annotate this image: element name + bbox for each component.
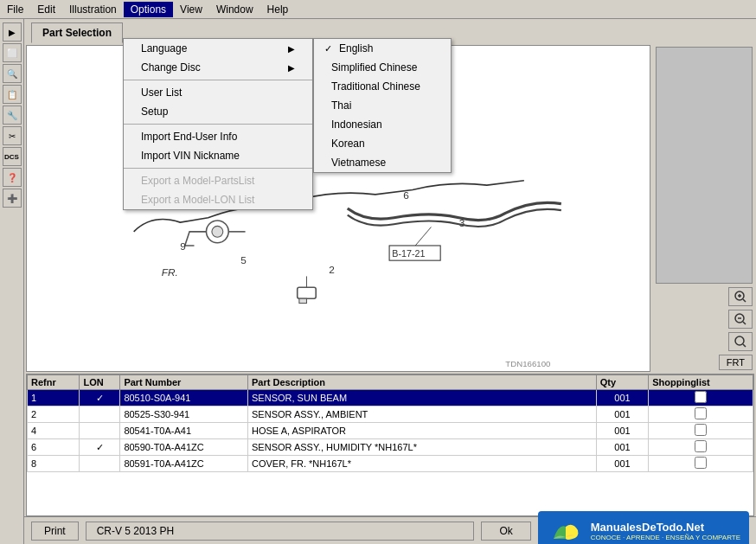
- svg-point-5: [212, 226, 223, 237]
- svg-text:TDN166100: TDN166100: [505, 359, 550, 368]
- separator-2: [124, 124, 312, 125]
- ok-button[interactable]: Ok: [481, 522, 530, 541]
- cell-lon: [80, 423, 120, 439]
- cell-description: HOSE A, ASPIRATOR: [248, 423, 597, 439]
- lang-vietnamese[interactable]: Vietnamese: [314, 153, 451, 172]
- cell-part-number: 80525-S30-941: [120, 406, 248, 423]
- table-scroll[interactable]: Refnr LON Part Number Part Description Q…: [27, 374, 753, 496]
- menu-file[interactable]: File: [0, 2, 30, 17]
- menu-edit[interactable]: Edit: [30, 2, 62, 17]
- bottom-bar: Print CR-V 5 2013 PH Ok ManualesDeTodo.N…: [24, 516, 756, 544]
- menu-view[interactable]: View: [173, 2, 209, 17]
- cell-shoppinglist: [649, 406, 753, 423]
- shoppinglist-checkbox[interactable]: [695, 424, 707, 436]
- frt-label: FRT: [719, 355, 753, 370]
- left-toolbar: ▶ ⬜ 🔍 📋 🔧 ✂ DCS ❓ ➕: [0, 19, 24, 544]
- zoom-buttons: [656, 287, 753, 351]
- col-refnr: Refnr: [28, 375, 80, 390]
- right-image-box: [656, 47, 753, 284]
- lang-simplified-chinese[interactable]: Simplified Chinese: [314, 58, 451, 77]
- svg-text:2: 2: [329, 264, 335, 276]
- shoppinglist-checkbox[interactable]: [695, 440, 707, 452]
- shoppinglist-checkbox[interactable]: [695, 457, 707, 469]
- cell-refnr: 8: [28, 456, 80, 472]
- menu-illustration[interactable]: Illustration: [62, 2, 124, 17]
- toolbar-btn-6[interactable]: ✂: [3, 126, 22, 145]
- cell-description: SENSOR ASSY., AMBIENT: [248, 406, 597, 423]
- cell-shoppinglist: [649, 423, 753, 439]
- table-row[interactable]: 2 80525-S30-941 SENSOR ASSY., AMBIENT 00…: [28, 406, 753, 423]
- lang-thai[interactable]: Thai: [314, 96, 451, 115]
- menu-window[interactable]: Window: [209, 2, 260, 17]
- zoom-out-button[interactable]: [728, 310, 753, 329]
- svg-point-28: [735, 336, 744, 345]
- svg-text:FR.: FR.: [162, 266, 178, 278]
- toolbar-btn-5[interactable]: 🔧: [3, 106, 22, 125]
- cell-qty: 001: [596, 423, 648, 439]
- toolbar-btn-3[interactable]: 🔍: [3, 64, 22, 83]
- menu-user-list[interactable]: User List: [124, 83, 312, 102]
- cell-description: COVER, FR. *NH167L*: [248, 456, 597, 472]
- menu-setup[interactable]: Setup: [124, 102, 312, 121]
- cell-shoppinglist: [649, 456, 753, 472]
- cell-part-number: 80590-T0A-A41ZC: [120, 439, 248, 456]
- lang-english[interactable]: English: [314, 39, 451, 58]
- toolbar-btn-1[interactable]: ▶: [3, 22, 22, 42]
- table-row[interactable]: 6 ✓ 80590-T0A-A41ZC SENSOR ASSY., HUMIDI…: [28, 439, 753, 456]
- zoom-in-button[interactable]: [728, 287, 753, 306]
- separator-1: [124, 80, 312, 80]
- toolbar-btn-7[interactable]: ❓: [3, 168, 22, 187]
- svg-text:5: 5: [240, 254, 247, 266]
- menu-import-vin[interactable]: Import VIN Nickname: [124, 146, 312, 165]
- cell-description: SENSOR, SUN BEAM: [248, 390, 597, 406]
- toolbar-btn-2[interactable]: ⬜: [3, 43, 22, 62]
- menu-help[interactable]: Help: [260, 2, 296, 17]
- shoppinglist-checkbox[interactable]: [695, 391, 707, 403]
- table-row[interactable]: 4 80541-T0A-A41 HOSE A, ASPIRATOR 001: [28, 423, 753, 439]
- menu-language[interactable]: Language: [124, 39, 312, 58]
- table-row[interactable]: 1 ✓ 80510-S0A-941 SENSOR, SUN BEAM 001: [28, 390, 753, 406]
- cell-part-number: 80591-T0A-A41ZC: [120, 456, 248, 472]
- tab-part-selection[interactable]: Part Selection: [31, 22, 123, 43]
- cell-refnr: 4: [28, 423, 80, 439]
- cell-refnr: 2: [28, 406, 80, 423]
- options-menu[interactable]: Language Change Disc User List Setup Imp…: [123, 38, 313, 210]
- col-lon: LON: [80, 375, 120, 390]
- lang-indonesian[interactable]: Indonesian: [314, 115, 451, 134]
- cell-lon: [80, 406, 120, 423]
- col-qty: Qty: [596, 375, 648, 390]
- svg-rect-19: [299, 298, 307, 303]
- col-shoppinglist: Shoppinglist: [649, 375, 753, 390]
- separator-3: [124, 168, 312, 169]
- cell-qty: 001: [596, 406, 648, 423]
- parts-table-container: Refnr LON Part Number Part Description Q…: [26, 374, 754, 516]
- col-part-number: Part Number: [120, 375, 248, 390]
- zoom-fit-button[interactable]: [728, 332, 753, 351]
- cell-refnr: 1: [28, 390, 80, 406]
- right-panel: FRT: [652, 43, 756, 374]
- table-row[interactable]: 8 80591-T0A-A41ZC COVER, FR. *NH167L* 00…: [28, 456, 753, 472]
- cell-refnr: 6: [28, 439, 80, 456]
- toolbar-btn-8[interactable]: ➕: [3, 189, 22, 208]
- cell-shoppinglist: [649, 439, 753, 456]
- menu-change-disc[interactable]: Change Disc: [124, 58, 312, 77]
- col-description: Part Description: [248, 375, 597, 390]
- menu-export-parts: Export a Model-PartsList: [124, 171, 312, 190]
- shoppinglist-checkbox[interactable]: [695, 407, 707, 419]
- menu-import-enduser[interactable]: Import End-User Info: [124, 127, 312, 146]
- menu-export-lon: Export a Model-LON List: [124, 190, 312, 209]
- cell-qty: 001: [596, 439, 648, 456]
- toolbar-btn-dcs[interactable]: DCS: [3, 147, 22, 166]
- watermark: ManualesDeTodo.Net CONOCE · APRENDE · EN…: [538, 511, 749, 545]
- svg-line-26: [743, 322, 746, 324]
- menu-options[interactable]: Options: [124, 2, 173, 17]
- cell-qty: 001: [596, 456, 648, 472]
- lang-korean[interactable]: Korean: [314, 134, 451, 153]
- print-button[interactable]: Print: [31, 522, 79, 541]
- watermark-logo-icon: [547, 515, 586, 545]
- parts-table: Refnr LON Part Number Part Description Q…: [27, 374, 753, 472]
- lang-traditional-chinese[interactable]: Traditional Chinese: [314, 77, 451, 96]
- svg-text:6: 6: [403, 189, 409, 202]
- language-submenu[interactable]: English Simplified Chinese Traditional C…: [313, 38, 452, 173]
- toolbar-btn-4[interactable]: 📋: [3, 85, 22, 104]
